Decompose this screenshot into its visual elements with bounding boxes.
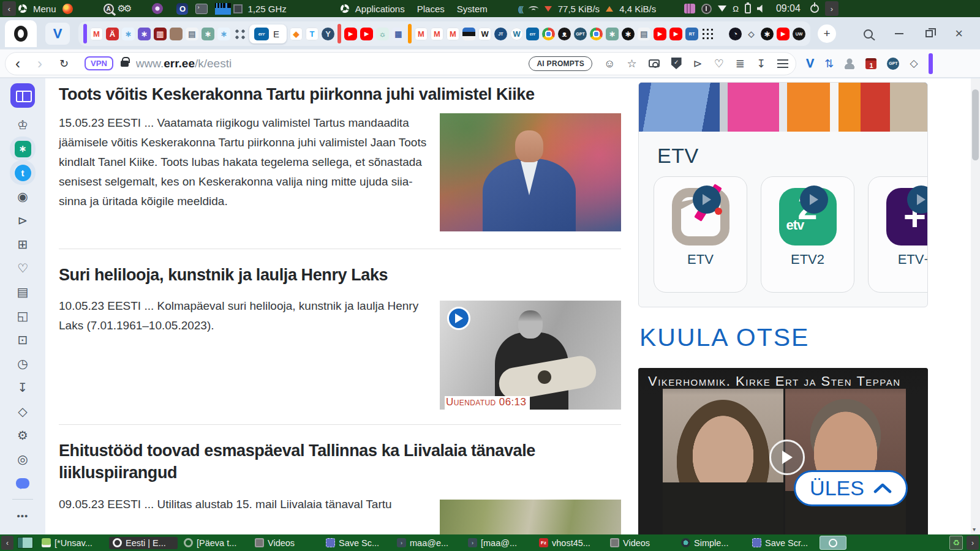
power-icon[interactable] (810, 4, 819, 13)
tab-github[interactable]: ᴥ (558, 28, 571, 40)
panel-back-arrow[interactable]: ‹ (2, 1, 16, 16)
active-tab-err[interactable]: errE (249, 24, 287, 43)
tab-chatgpt-black[interactable]: ∗ (622, 28, 635, 40)
article-title[interactable]: Suri helilooja, kunstnik ja laulja Henry… (59, 264, 617, 286)
channel-play-icon[interactable] (800, 186, 828, 214)
emoji-face-icon[interactable]: ☺ (604, 58, 615, 69)
lightbulb-icon[interactable]: ◎ (14, 451, 31, 467)
reading-list-icon[interactable]: ≣ (736, 58, 745, 69)
applications-menu-icon[interactable] (341, 4, 349, 13)
opera-menu-button[interactable] (5, 20, 37, 47)
ellipsis-icon[interactable]: ••• (14, 508, 31, 523)
wifi-icon[interactable] (529, 6, 538, 12)
tab-tiling-button[interactable] (233, 28, 246, 40)
tab-youtube[interactable]: ▶ (777, 28, 790, 40)
scrollbar-thumb[interactable] (972, 89, 979, 160)
downloads-icon[interactable]: ↧ (14, 380, 31, 395)
channel-card-etv2[interactable]: 2etv ETV2 (761, 176, 854, 293)
kuula-otse-heading[interactable]: KUULA OTSE (639, 323, 809, 352)
tab-wordpress[interactable]: W (510, 28, 523, 40)
back-to-top-button[interactable]: ÜLES (794, 470, 908, 506)
telegram-icon[interactable]: ⊳ (14, 212, 31, 228)
tab-y-circle[interactable]: Y (322, 28, 334, 40)
taskbar-item[interactable]: Save Sc... (322, 537, 391, 549)
article-image[interactable] (440, 113, 621, 231)
omnibox[interactable]: ‹ › ↻ VPN www.err.ee/k/eesti AI PROMPTS☺… (5, 52, 796, 75)
tab-estonia-flag[interactable] (462, 28, 475, 40)
feed-icon[interactable]: ▤ (14, 284, 31, 300)
updown-arrows-icon[interactable]: ⇅ (824, 57, 834, 70)
box-extension-icon[interactable]: ◇ (910, 57, 918, 70)
channel-card-etv[interactable]: ETV (654, 176, 747, 293)
taskbar-item[interactable] (820, 536, 846, 550)
workspace-switcher[interactable] (17, 537, 33, 549)
ai-prompts-button[interactable]: AI PROMPTS (529, 56, 592, 71)
tab-err[interactable]: err (526, 28, 539, 40)
tab-chatgpt-black[interactable]: ∗ (761, 28, 774, 40)
tab-video-red[interactable]: ▥ (154, 28, 167, 40)
twitter-panel-icon[interactable]: t (14, 165, 31, 181)
taskbar-forward-arrow[interactable]: › (967, 536, 979, 550)
lock-icon[interactable] (121, 61, 129, 67)
calendar-extension-icon[interactable]: 1 (865, 58, 876, 69)
panel-forward-arrow[interactable]: › (825, 1, 839, 16)
tab-rt[interactable]: RT (685, 28, 698, 40)
gpt-extension-icon[interactable]: GPT (887, 58, 899, 70)
tab-chatgpt-green[interactable]: ∗ (606, 28, 619, 40)
player-icon[interactable]: ◉ (14, 189, 31, 204)
article-title[interactable]: Ehitustööd toovad esmaspäeval Tallinnas … (59, 440, 617, 484)
tab-gmail[interactable]: M (431, 28, 443, 40)
taskbar-back-arrow[interactable]: ‹ (1, 536, 13, 550)
pinboard-icon[interactable]: ◱ (14, 308, 31, 324)
extensions-cube-icon[interactable]: ◇ (14, 403, 31, 419)
tab-chatgpt-purple[interactable]: ∗ (138, 28, 151, 40)
my-flow-icon[interactable]: ⊡ (14, 332, 31, 348)
tab-youtube[interactable]: ▶ (669, 28, 682, 40)
vivaldi-extension-icon[interactable]: V (806, 56, 814, 70)
taskbar-item[interactable]: Save Scr... (748, 537, 817, 549)
tor-browser-icon[interactable] (152, 3, 163, 14)
presenters-photo[interactable] (639, 83, 927, 132)
tab-idea-lamp[interactable]: ☼ (376, 28, 389, 40)
trash-tray-icon[interactable]: ♻ (949, 536, 963, 550)
system-monitor-graph[interactable] (215, 3, 231, 15)
system-menu[interactable]: System (457, 4, 488, 14)
shield-check-icon[interactable]: ✓ (671, 58, 682, 69)
chatgpt-panel-icon[interactable]: ∗ (14, 141, 31, 157)
taskbar-item[interactable]: [Päeva t... (180, 537, 249, 549)
vivaldi-button[interactable]: V (45, 23, 70, 45)
tab-chatgpt-green[interactable]: ∗ (202, 28, 214, 40)
taskbar-item[interactable]: ›[maa@... (464, 537, 533, 549)
tab-snowflake[interactable]: ∗ (122, 28, 135, 40)
places-menu[interactable]: Places (417, 4, 445, 14)
bookmarks-heart-icon[interactable]: ♡ (14, 260, 31, 276)
tab-jt[interactable]: JT (494, 28, 507, 40)
workspace-reading-icon[interactable] (10, 83, 35, 108)
tab-twitter-compose[interactable]: T (306, 28, 318, 40)
channel-card-etvplus[interactable]: + ETV+ (868, 176, 928, 293)
tab-apps-grid[interactable] (701, 28, 714, 40)
scrollbar-down-arrow[interactable]: ▾ (973, 526, 976, 533)
tab-uw[interactable]: UW (793, 28, 805, 40)
download-icon[interactable]: ↧ (756, 58, 766, 69)
taskbar-item[interactable]: Videos (606, 537, 675, 549)
tab-pattern[interactable]: ▦ (392, 28, 405, 40)
dropdown-tray-icon[interactable] (718, 6, 726, 12)
tab-youtube[interactable]: ▶ (654, 28, 666, 40)
page-scrollbar[interactable]: ▾ (971, 78, 980, 534)
new-tab-button[interactable]: + (818, 24, 836, 43)
article-title[interactable]: Toots võitis Keskerakonna Tartu piirkonn… (59, 83, 617, 105)
taskbar-item[interactable]: Eesti | E... (109, 537, 178, 549)
reload-button[interactable]: ↻ (59, 57, 69, 70)
messenger-bubble-icon[interactable] (14, 475, 31, 491)
forward-button[interactable]: › (37, 58, 42, 70)
tab-person-photo[interactable] (170, 28, 183, 40)
tab-gpt-badge[interactable]: GPT (574, 28, 587, 40)
history-clock-icon[interactable]: ◷ (14, 356, 31, 372)
favorites-heart-icon[interactable]: ♡ (714, 58, 724, 69)
volume-icon[interactable] (757, 5, 766, 13)
notifications-bell-icon[interactable]: Ω (733, 4, 739, 13)
taskbar-item[interactable]: Fzvhost45... (535, 537, 604, 549)
search-tool-icon[interactable]: A (104, 4, 114, 14)
tab-wikipedia[interactable]: W (478, 28, 491, 40)
